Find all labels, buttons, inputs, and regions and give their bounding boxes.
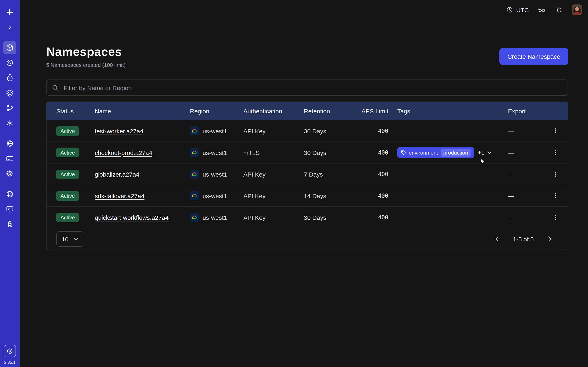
page-header: Namespaces 5 Namespaces created (100 lim… bbox=[46, 45, 568, 68]
status-badge: Active bbox=[56, 169, 79, 179]
app-window: 2.35.1 UTC Namespaces 5 Namespaces creat… bbox=[0, 0, 588, 367]
col-header-aps: APS Limit bbox=[352, 108, 388, 114]
sidebar-item-settings[interactable] bbox=[3, 167, 16, 180]
gear-icon bbox=[6, 170, 14, 178]
export-cell: — bbox=[508, 214, 550, 221]
sidebar-item-docs[interactable] bbox=[3, 203, 16, 216]
monitor-icon bbox=[6, 205, 14, 213]
export-cell: — bbox=[508, 149, 550, 156]
prev-page-button[interactable] bbox=[494, 235, 502, 243]
expand-chevron-icon[interactable] bbox=[3, 21, 16, 34]
timer-icon bbox=[6, 74, 14, 82]
usage-button[interactable] bbox=[4, 345, 16, 357]
main-content: Namespaces 5 Namespaces created (100 lim… bbox=[20, 20, 588, 367]
status-badge: Active bbox=[56, 213, 79, 222]
kebab-icon bbox=[553, 149, 559, 156]
tag-value: production bbox=[440, 149, 471, 156]
gcp-icon bbox=[190, 191, 199, 200]
temporal-logo-icon[interactable] bbox=[3, 6, 16, 19]
sidebar-item-getting-started[interactable] bbox=[3, 218, 16, 231]
tags-more-count[interactable]: +1 bbox=[478, 149, 484, 156]
region-label: us-west1 bbox=[203, 192, 227, 199]
kebab-icon bbox=[553, 128, 559, 134]
dollar-usage-icon bbox=[6, 347, 13, 355]
kebab-icon bbox=[553, 171, 559, 177]
kebab-icon bbox=[553, 192, 559, 199]
retention-cell: 30 Days bbox=[304, 127, 352, 134]
status-badge: Active bbox=[56, 191, 79, 200]
auth-cell: mTLS bbox=[243, 149, 304, 156]
gcp-icon bbox=[190, 170, 199, 179]
sidebar-item-support[interactable] bbox=[3, 188, 16, 201]
chevron-down-icon[interactable] bbox=[486, 150, 493, 156]
search-icon bbox=[52, 84, 59, 91]
glasses-icon bbox=[538, 6, 546, 14]
auth-cell: API Key bbox=[243, 214, 304, 221]
auth-cell: API Key bbox=[243, 192, 304, 199]
avatar-image bbox=[572, 4, 582, 15]
lifebuoy-icon bbox=[6, 190, 14, 198]
retention-cell: 30 Days bbox=[304, 149, 352, 156]
namespaces-table: Status Name Region Authentication Retent… bbox=[46, 101, 568, 250]
clock-icon bbox=[506, 6, 513, 13]
col-header-region: Region bbox=[190, 108, 243, 114]
row-menu-button[interactable] bbox=[550, 146, 562, 159]
sidebar-item-batch[interactable] bbox=[3, 101, 16, 115]
export-cell: — bbox=[508, 127, 550, 134]
row-menu-button[interactable] bbox=[550, 125, 562, 137]
sidebar-item-nexus[interactable] bbox=[3, 117, 16, 130]
theme-toggle[interactable] bbox=[555, 6, 563, 14]
row-menu-button[interactable] bbox=[550, 211, 562, 224]
row-menu-button[interactable] bbox=[550, 168, 562, 180]
circles-icon bbox=[6, 59, 14, 67]
retention-cell: 14 Days bbox=[304, 192, 352, 199]
aps-cell: 400 bbox=[352, 149, 388, 156]
sun-icon bbox=[555, 6, 563, 14]
page-subtitle: 5 Namespaces created (100 limit) bbox=[46, 62, 126, 68]
namespace-link[interactable]: quickstart-workflows.a27a4 bbox=[95, 214, 169, 221]
auth-cell: API Key bbox=[243, 127, 304, 134]
create-namespace-button[interactable]: Create Namespace bbox=[499, 48, 568, 65]
namespace-link[interactable]: checkout-prod.a27a4 bbox=[95, 149, 152, 156]
timezone-selector[interactable]: UTC bbox=[506, 6, 529, 13]
namespace-link[interactable]: sdk-failover.a27a4 bbox=[95, 192, 145, 199]
col-header-export: Export bbox=[508, 108, 550, 114]
arrow-right-icon bbox=[544, 235, 553, 243]
table-row: Active checkout-prod.a27a4 us-west1 mTLS… bbox=[47, 142, 568, 163]
branch-icon bbox=[6, 104, 14, 112]
labs-toggle[interactable] bbox=[538, 6, 546, 14]
user-avatar[interactable] bbox=[572, 4, 582, 15]
tag-chip[interactable]: environment production bbox=[397, 147, 474, 158]
tag-icon bbox=[401, 150, 406, 155]
sidebar-item-billing[interactable] bbox=[3, 152, 16, 165]
sidebar-item-schedules[interactable] bbox=[3, 71, 16, 84]
mouse-cursor bbox=[479, 158, 486, 165]
topbar: UTC bbox=[20, 0, 588, 20]
namespace-link[interactable]: test-worker.a27a4 bbox=[95, 127, 143, 134]
region-label: us-west1 bbox=[203, 127, 227, 134]
sidebar-item-namespaces[interactable] bbox=[3, 41, 16, 54]
tag-key: environment bbox=[409, 150, 438, 156]
sidebar-item-regions[interactable] bbox=[3, 137, 16, 150]
region-label: us-west1 bbox=[203, 214, 227, 221]
page-size-select[interactable]: 10 bbox=[56, 231, 84, 247]
next-page-button[interactable] bbox=[544, 235, 553, 243]
timezone-label: UTC bbox=[516, 6, 529, 13]
asterisk-icon bbox=[6, 119, 14, 127]
col-header-retention: Retention bbox=[304, 108, 352, 114]
export-cell: — bbox=[508, 171, 550, 178]
sidebar-item-deployments[interactable] bbox=[3, 86, 16, 100]
row-menu-button[interactable] bbox=[550, 190, 562, 202]
sidebar-item-circles[interactable] bbox=[3, 56, 16, 69]
status-badge: Active bbox=[56, 148, 79, 157]
gcp-icon bbox=[190, 126, 199, 135]
aps-cell: 400 bbox=[352, 128, 388, 134]
tags-cell: environment production +1 bbox=[388, 147, 508, 158]
filter-input[interactable] bbox=[63, 84, 563, 92]
namespace-link[interactable]: globalizer.a27a4 bbox=[95, 171, 139, 178]
aps-cell: 400 bbox=[352, 171, 388, 177]
chevron-down-icon bbox=[73, 236, 79, 242]
sidebar: 2.35.1 bbox=[0, 0, 20, 367]
page-size-value: 10 bbox=[62, 235, 68, 242]
col-header-auth: Authentication bbox=[243, 108, 304, 114]
